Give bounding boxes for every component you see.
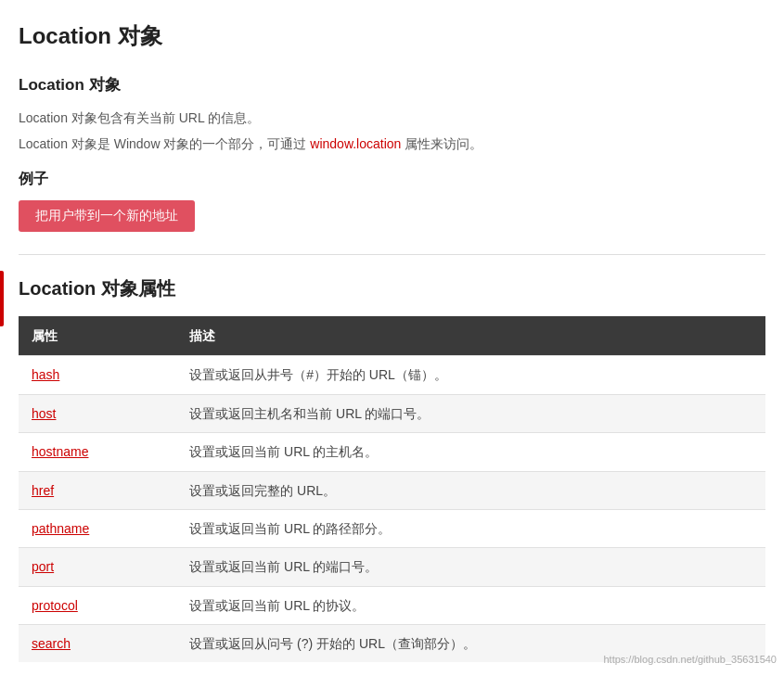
prop-link[interactable]: search bbox=[32, 636, 71, 651]
page-container: Location 对象 Location 对象 Location 对象包含有关当… bbox=[0, 0, 784, 676]
table-cell-desc: 设置或返回完整的 URL。 bbox=[176, 471, 765, 509]
desc2-link: window.location bbox=[310, 136, 401, 151]
demo-button[interactable]: 把用户带到一个新的地址 bbox=[19, 200, 195, 232]
section1: Location 对象 Location 对象包含有关当前 URL 的信息。 L… bbox=[19, 72, 765, 232]
divider bbox=[19, 254, 765, 255]
table-cell-desc: 设置或返回当前 URL 的协议。 bbox=[176, 586, 765, 624]
table-cell-desc: 设置或返回从井号（#）开始的 URL（锚）。 bbox=[176, 356, 765, 394]
table-row: hostname设置或返回当前 URL 的主机名。 bbox=[19, 433, 765, 471]
prop-link[interactable]: hash bbox=[32, 367, 59, 382]
table-cell-prop: search bbox=[19, 625, 176, 663]
table-cell-desc: 设置或返回当前 URL 的路径部分。 bbox=[176, 509, 765, 547]
table-cell-prop: port bbox=[19, 548, 176, 586]
table-body: hash设置或返回从井号（#）开始的 URL（锚）。host设置或返回主机名和当… bbox=[19, 356, 765, 663]
prop-link[interactable]: pathname bbox=[32, 521, 89, 536]
desc2: Location 对象是 Window 对象的一个部分，可通过 window.l… bbox=[19, 134, 765, 154]
table-row: hash设置或返回从井号（#）开始的 URL（锚）。 bbox=[19, 356, 765, 394]
table-cell-desc: 设置或返回当前 URL 的端口号。 bbox=[176, 548, 765, 586]
table-cell-prop: pathname bbox=[19, 509, 176, 547]
table-row: host设置或返回主机名和当前 URL 的端口号。 bbox=[19, 394, 765, 432]
desc1: Location 对象包含有关当前 URL 的信息。 bbox=[19, 108, 765, 128]
col-header-desc: 描述 bbox=[176, 316, 765, 356]
table-row: protocol设置或返回当前 URL 的协议。 bbox=[19, 586, 765, 624]
table-cell-prop: hash bbox=[19, 356, 176, 394]
watermark: https://blog.csdn.net/github_35631540 bbox=[603, 652, 777, 669]
table-cell-prop: href bbox=[19, 471, 176, 509]
table-cell-desc: 设置或返回当前 URL 的主机名。 bbox=[176, 433, 765, 471]
section1-heading: Location 对象 bbox=[19, 72, 765, 97]
desc2-suffix: 属性来访问。 bbox=[401, 136, 482, 151]
col-header-prop: 属性 bbox=[19, 316, 176, 356]
table-row: href设置或返回完整的 URL。 bbox=[19, 471, 765, 509]
table-cell-prop: hostname bbox=[19, 433, 176, 471]
table-cell-desc: 设置或返回主机名和当前 URL 的端口号。 bbox=[176, 394, 765, 432]
prop-link[interactable]: host bbox=[32, 406, 56, 421]
table-header-row: 属性 描述 bbox=[19, 316, 765, 356]
section2: Location 对象属性 属性 描述 hash设置或返回从井号（#）开始的 U… bbox=[19, 274, 765, 663]
properties-table: 属性 描述 hash设置或返回从井号（#）开始的 URL（锚）。host设置或返… bbox=[19, 316, 765, 663]
table-cell-prop: host bbox=[19, 394, 176, 432]
prop-link[interactable]: port bbox=[32, 559, 54, 574]
section2-heading: Location 对象属性 bbox=[19, 274, 765, 303]
prop-link[interactable]: hostname bbox=[32, 444, 88, 459]
left-accent-bar bbox=[0, 271, 4, 326]
page-title: Location 对象 bbox=[19, 19, 765, 54]
table-cell-prop: protocol bbox=[19, 586, 176, 624]
desc2-prefix: Location 对象是 Window 对象的一个部分，可通过 bbox=[19, 136, 310, 151]
prop-link[interactable]: href bbox=[32, 483, 54, 498]
prop-link[interactable]: protocol bbox=[32, 598, 78, 613]
table-row: port设置或返回当前 URL 的端口号。 bbox=[19, 548, 765, 586]
table-row: pathname设置或返回当前 URL 的路径部分。 bbox=[19, 509, 765, 547]
example-label: 例子 bbox=[19, 167, 765, 191]
